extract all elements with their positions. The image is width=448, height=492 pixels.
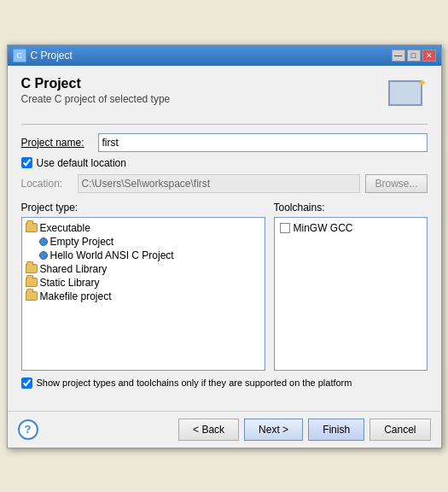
- dot-icon-hello-world: [39, 251, 48, 260]
- folder-icon-executable: [26, 223, 38, 232]
- titlebar-left: C C Project: [13, 49, 73, 62]
- finish-button[interactable]: Finish: [308, 419, 364, 441]
- platform-filter-label: Show project types and toolchains only i…: [37, 378, 352, 388]
- location-label: Location:: [21, 178, 73, 190]
- tree-label-hello-world: Hello World ANSI C Project: [50, 249, 174, 261]
- folder-icon-makefile: [26, 291, 38, 301]
- browse-button[interactable]: Browse...: [365, 174, 427, 193]
- toolchains-label: Toolchains:: [274, 202, 428, 214]
- help-button[interactable]: ?: [18, 419, 38, 440]
- location-row: Location: Browse...: [21, 174, 428, 193]
- dot-icon-empty-project: [39, 237, 48, 246]
- wizard-icon: ✦: [387, 76, 428, 117]
- header-text: C Project Create C project of selected t…: [21, 76, 171, 114]
- window-icon: C: [13, 49, 26, 62]
- dialog-content: C Project Create C project of selected t…: [8, 66, 441, 411]
- titlebar-controls: — □ ✕: [392, 50, 436, 62]
- two-col-area: Project type: Executable Empty Project: [21, 202, 428, 371]
- navigation-buttons: < Back Next > Finish Cancel: [178, 419, 430, 441]
- project-type-tree[interactable]: Executable Empty Project Hello World ANS…: [21, 217, 265, 371]
- use-default-location-checkbox[interactable]: [21, 157, 32, 168]
- header-divider: [21, 124, 428, 125]
- tree-label-makefile: Makefile project: [40, 290, 112, 302]
- project-type-label: Project type:: [21, 202, 265, 214]
- folder-icon-static-library: [26, 278, 38, 287]
- toolchain-label-mingw: MinGW GCC: [294, 222, 353, 234]
- project-type-col: Project type: Executable Empty Project: [21, 202, 265, 371]
- icon-star: ✦: [417, 76, 428, 90]
- tree-item-hello-world[interactable]: Hello World ANSI C Project: [26, 249, 261, 262]
- location-input: [78, 174, 361, 193]
- tree-label-executable: Executable: [40, 222, 90, 234]
- minimize-button[interactable]: —: [392, 50, 405, 62]
- back-button[interactable]: < Back: [178, 419, 239, 441]
- toolchain-checkbox-mingw[interactable]: [280, 223, 290, 233]
- close-button[interactable]: ✕: [422, 50, 436, 62]
- tree-item-static-library[interactable]: Static Library: [26, 276, 261, 290]
- tree-item-executable[interactable]: Executable: [26, 221, 261, 235]
- titlebar-title: C Project: [31, 50, 73, 62]
- tree-item-empty-project[interactable]: Empty Project: [26, 235, 261, 249]
- project-name-input[interactable]: [98, 133, 428, 152]
- tree-label-shared-library: Shared Library: [40, 263, 108, 275]
- use-default-location-label: Use default location: [37, 157, 126, 169]
- maximize-button[interactable]: □: [407, 50, 421, 62]
- cancel-button[interactable]: Cancel: [369, 419, 430, 441]
- titlebar: C C Project — □ ✕: [8, 45, 441, 66]
- platform-filter-checkbox[interactable]: [21, 378, 32, 389]
- project-name-row: Project name:: [21, 133, 428, 152]
- next-button[interactable]: Next >: [244, 419, 303, 441]
- use-default-location-row: Use default location: [21, 157, 428, 169]
- toolchain-item-mingw[interactable]: MinGW GCC: [278, 221, 423, 235]
- tree-label-static-library: Static Library: [40, 277, 100, 289]
- tree-label-empty-project: Empty Project: [50, 236, 114, 248]
- toolchains-list[interactable]: MinGW GCC: [274, 217, 428, 371]
- page-title: C Project: [21, 76, 171, 91]
- toolchains-col: Toolchains: MinGW GCC: [274, 202, 428, 371]
- header-row: C Project Create C project of selected t…: [21, 76, 428, 117]
- dialog-window: C C Project — □ ✕ C Project Create C pro…: [7, 44, 442, 448]
- project-name-label: Project name:: [21, 137, 98, 149]
- tree-item-shared-library[interactable]: Shared Library: [26, 262, 261, 276]
- bottom-checkbox-row: Show project types and toolchains only i…: [21, 378, 428, 389]
- button-bar: ? < Back Next > Finish Cancel: [8, 411, 441, 448]
- tree-item-makefile[interactable]: Makefile project: [26, 290, 261, 303]
- folder-icon-shared-library: [26, 264, 38, 273]
- page-subtitle: Create C project of selected type: [21, 93, 171, 105]
